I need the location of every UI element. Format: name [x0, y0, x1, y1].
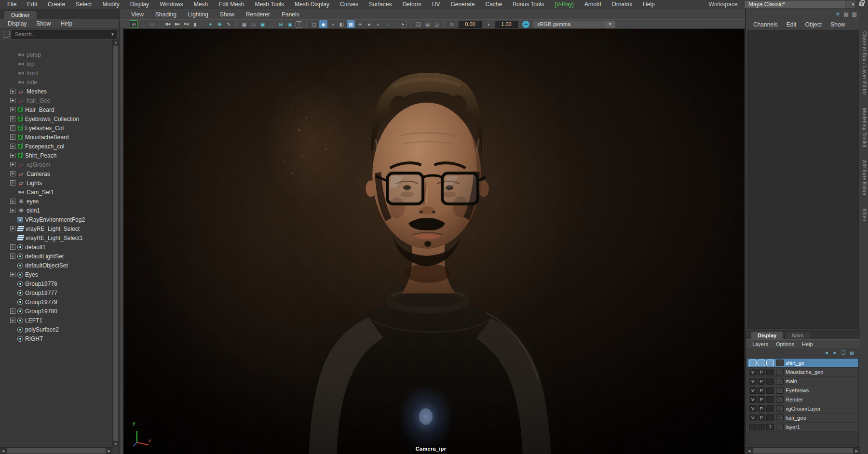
layer-color-swatch[interactable]: [776, 387, 784, 394]
safe-action-icon[interactable]: ▣: [286, 20, 294, 28]
display-type-toggle[interactable]: [766, 378, 774, 385]
outliner-item[interactable]: Meshes: [0, 87, 112, 96]
menu-item[interactable]: Windows: [154, 1, 189, 8]
expand-icon[interactable]: [10, 125, 15, 131]
visibility-toggle[interactable]: [749, 424, 757, 430]
outliner-item[interactable]: default1: [0, 242, 112, 252]
outliner-item[interactable]: defaultObjectSet: [0, 261, 112, 270]
expand-icon[interactable]: [10, 89, 15, 94]
outliner-item[interactable]: Lights: [0, 178, 112, 187]
outliner-item[interactable]: Hair_Beard: [0, 105, 112, 114]
menu-item[interactable]: Arnold: [579, 1, 607, 8]
layer-color-swatch[interactable]: [776, 414, 784, 421]
scroll-down-icon[interactable]: ▼: [113, 441, 119, 447]
expand-icon[interactable]: [10, 254, 15, 259]
playback-toggle[interactable]: [758, 424, 765, 430]
select-camera-icon[interactable]: ◼◀: [163, 20, 172, 28]
layer-color-swatch[interactable]: [776, 360, 784, 366]
outliner-item[interactable]: vrayRE_Light_Select1: [0, 233, 112, 242]
outliner-item[interactable]: Group19779: [0, 297, 112, 307]
lock-camera-icon[interactable]: ◼◀: [173, 20, 181, 28]
visibility-toggle[interactable]: V: [749, 369, 757, 375]
playback-toggle[interactable]: [758, 360, 765, 366]
scroll-right-icon[interactable]: ▶: [106, 448, 112, 454]
playback-toggle[interactable]: P: [758, 378, 765, 385]
occlusion-icon[interactable]: ◐: [374, 20, 382, 28]
outliner-item[interactable]: Group19777: [0, 288, 112, 297]
layer-color-swatch[interactable]: [776, 369, 784, 375]
outliner-item[interactable]: VRayEnvironmentFog2: [0, 215, 112, 224]
outliner-item[interactable]: Eyelashes_Col: [0, 123, 112, 133]
outliner-vertical-scrollbar[interactable]: ▲ ▼: [112, 40, 119, 447]
visibility-toggle[interactable]: [749, 360, 757, 366]
layer-row[interactable]: V P main: [747, 377, 858, 386]
move-objects-to-layer-icon[interactable]: ◄: [824, 350, 829, 355]
sidebar-tab-modeling-toolkit[interactable]: Modelling Toolkit: [862, 108, 867, 147]
outliner-menu-item[interactable]: Display: [3, 20, 31, 27]
grid-icon[interactable]: ▦: [240, 20, 248, 28]
menu-item[interactable]: Deform: [397, 1, 426, 8]
menu-item[interactable]: Surfaces: [364, 1, 397, 8]
layer-editor-tab[interactable]: Display: [751, 331, 783, 339]
image-plane-icon[interactable]: ○: [139, 20, 147, 28]
resolution-gate-icon[interactable]: ▣: [258, 20, 267, 28]
scroll-left-icon[interactable]: ◀: [0, 448, 6, 454]
tool-settings-toggle-icon[interactable]: ✛: [836, 11, 840, 17]
select-layer-objects-icon[interactable]: ►: [833, 350, 838, 355]
display-type-toggle[interactable]: [766, 405, 774, 412]
exposure-icon[interactable]: ↻: [448, 20, 456, 28]
gate-mask-icon[interactable]: ▢: [268, 20, 276, 28]
viewport-menu-item[interactable]: Renderer: [240, 11, 276, 18]
create-light-icon[interactable]: ✦: [206, 20, 215, 28]
menu-item[interactable]: File: [2, 1, 22, 8]
menu-item[interactable]: Bonus Tools: [507, 1, 549, 8]
layer-color-swatch[interactable]: [776, 396, 784, 403]
outliner-menu-item[interactable]: Help: [55, 20, 77, 27]
expand-icon[interactable]: [10, 208, 15, 213]
all-lights-icon[interactable]: ◧: [338, 20, 346, 28]
layer-row[interactable]: V P Render: [747, 395, 858, 404]
layer-color-swatch[interactable]: [776, 424, 784, 430]
outliner-item[interactable]: eyes: [0, 197, 112, 206]
menu-item[interactable]: Ornatrix: [606, 1, 637, 8]
outliner-item[interactable]: front: [0, 68, 112, 78]
expand-icon[interactable]: [10, 98, 15, 103]
paste-view-icon[interactable]: ▤: [423, 20, 432, 28]
menu-item[interactable]: UV: [427, 1, 446, 8]
sidebar-tab-attribute-editor[interactable]: Attribute Editor: [862, 160, 867, 196]
create-layer-from-selected-icon[interactable]: ▤: [850, 350, 854, 355]
attribute-editor-toggle-icon[interactable]: ▤: [843, 11, 848, 17]
move-light-icon[interactable]: ✥: [216, 20, 224, 28]
outliner-item[interactable]: Shirt_Peach: [0, 151, 112, 160]
expand-icon[interactable]: [10, 199, 15, 204]
contrast-field[interactable]: 1.00: [495, 21, 518, 28]
menu-item[interactable]: Help: [637, 1, 660, 8]
expand-icon[interactable]: [10, 116, 15, 121]
scrollbar-thumb[interactable]: [753, 448, 853, 454]
visibility-toggle[interactable]: V: [749, 387, 757, 394]
scroll-left-icon[interactable]: ◀: [746, 448, 752, 454]
display-type-toggle[interactable]: [766, 387, 774, 394]
contrast-icon[interactable]: ◑: [484, 20, 492, 28]
display-type-toggle[interactable]: [766, 369, 774, 375]
menu-item[interactable]: Mesh Display: [289, 1, 335, 8]
viewport-menu-item[interactable]: Lighting: [182, 11, 214, 18]
outliner-item[interactable]: Cam_Set1: [0, 187, 112, 197]
shadows-icon[interactable]: ●: [365, 20, 373, 28]
menu-item[interactable]: Mesh: [189, 1, 213, 8]
outliner-item[interactable]: persp: [0, 50, 112, 59]
expand-icon[interactable]: [10, 162, 15, 167]
sidebar-tab-xgen[interactable]: XGen: [862, 208, 867, 222]
menu-item[interactable]: Display: [125, 1, 154, 8]
wireframe-icon[interactable]: ◻: [310, 20, 318, 28]
playback-toggle[interactable]: P: [758, 405, 765, 412]
viewport-menu-item[interactable]: Panels: [276, 11, 305, 18]
channel-box-menu-item[interactable]: Object: [800, 21, 826, 28]
visibility-toggle[interactable]: V: [749, 396, 757, 403]
layer-editor-tab[interactable]: Anim: [785, 331, 810, 339]
outliner-item[interactable]: Group19780: [0, 307, 112, 316]
visibility-toggle[interactable]: V: [749, 405, 757, 412]
camera-attributes-icon[interactable]: ✱◀: [182, 20, 190, 28]
expand-icon[interactable]: [10, 134, 15, 140]
layer-editor-menu-item[interactable]: Help: [798, 341, 817, 347]
